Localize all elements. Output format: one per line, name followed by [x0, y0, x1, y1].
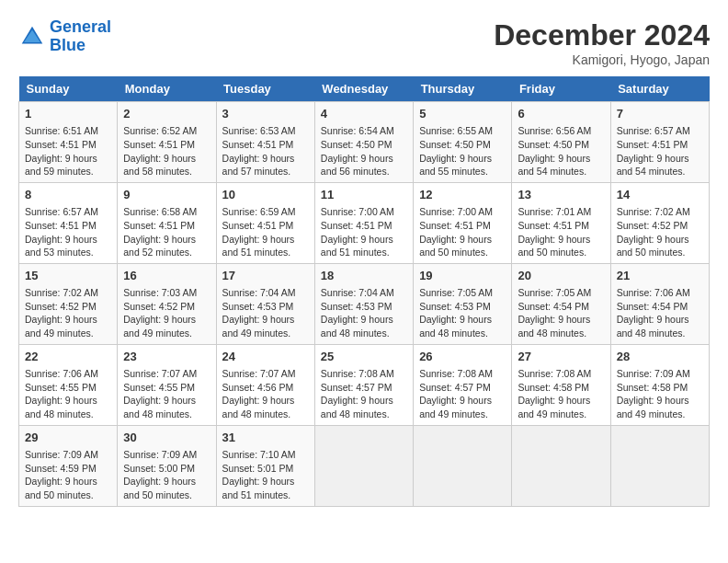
calendar-cell: 25Sunrise: 7:08 AMSunset: 4:57 PMDayligh…	[314, 344, 413, 425]
day-info: Sunrise: 7:09 AM	[617, 367, 703, 381]
day-info: Sunrise: 7:10 AM	[222, 448, 309, 462]
title-block: December 2024 Kamigori, Hyogo, Japan	[494, 18, 710, 67]
day-number: 31	[222, 430, 309, 446]
calendar-cell	[314, 425, 413, 506]
day-info: Sunset: 4:51 PM	[25, 138, 111, 152]
page-header: General Blue December 2024 Kamigori, Hyo…	[18, 18, 710, 67]
calendar-cell: 16Sunrise: 7:03 AMSunset: 4:52 PMDayligh…	[118, 263, 216, 344]
calendar-cell	[414, 425, 512, 506]
day-info: Sunrise: 6:54 AM	[321, 124, 407, 138]
day-info: Sunset: 4:51 PM	[25, 219, 111, 233]
day-info: Daylight: 9 hours and 55 minutes.	[419, 152, 506, 178]
location-title: Kamigori, Hyogo, Japan	[494, 52, 710, 67]
day-info: Sunset: 4:51 PM	[222, 138, 309, 152]
day-info: Sunset: 4:52 PM	[617, 219, 703, 233]
day-info: Sunset: 4:53 PM	[321, 300, 407, 314]
calendar-cell: 5Sunrise: 6:55 AMSunset: 4:50 PMDaylight…	[414, 102, 512, 183]
day-info: Sunrise: 7:08 AM	[419, 367, 506, 381]
day-info: Sunrise: 7:04 AM	[321, 286, 407, 300]
day-info: Daylight: 9 hours and 51 minutes.	[222, 475, 309, 501]
day-info: Sunrise: 7:07 AM	[222, 367, 309, 381]
logo-line2: Blue	[50, 36, 85, 54]
day-info: Daylight: 9 hours and 52 minutes.	[123, 233, 210, 259]
calendar-cell: 1Sunrise: 6:51 AMSunset: 4:51 PMDaylight…	[19, 102, 118, 183]
day-info: Sunrise: 6:57 AM	[25, 205, 111, 219]
day-info: Daylight: 9 hours and 49 minutes.	[222, 313, 309, 339]
day-header-sunday: Sunday	[19, 76, 118, 102]
month-title: December 2024	[494, 18, 710, 52]
day-info: Sunrise: 7:07 AM	[123, 367, 210, 381]
day-info: Sunset: 4:58 PM	[518, 381, 604, 395]
day-header-thursday: Thursday	[414, 76, 512, 102]
day-info: Sunrise: 6:53 AM	[222, 124, 309, 138]
day-info: Daylight: 9 hours and 48 minutes.	[321, 313, 407, 339]
day-number: 6	[518, 106, 604, 122]
calendar-cell	[512, 425, 610, 506]
day-number: 5	[419, 106, 506, 122]
day-number: 10	[222, 187, 309, 203]
day-info: Daylight: 9 hours and 49 minutes.	[617, 394, 703, 420]
day-number: 17	[222, 268, 309, 284]
day-info: Sunset: 4:50 PM	[419, 138, 506, 152]
day-info: Sunrise: 6:59 AM	[222, 205, 309, 219]
day-info: Daylight: 9 hours and 48 minutes.	[518, 313, 604, 339]
logo-icon	[18, 23, 46, 51]
calendar-cell: 2Sunrise: 6:52 AMSunset: 4:51 PMDaylight…	[118, 102, 216, 183]
day-info: Sunrise: 7:00 AM	[321, 205, 407, 219]
day-info: Sunset: 4:57 PM	[419, 381, 506, 395]
day-info: Sunset: 4:51 PM	[617, 138, 703, 152]
day-number: 22	[25, 349, 111, 365]
logo-line1: General	[50, 17, 111, 36]
day-info: Daylight: 9 hours and 48 minutes.	[123, 394, 210, 420]
day-info: Sunset: 4:52 PM	[25, 300, 111, 314]
day-info: Daylight: 9 hours and 53 minutes.	[25, 233, 111, 259]
day-info: Daylight: 9 hours and 50 minutes.	[518, 233, 604, 259]
day-number: 11	[321, 187, 407, 203]
calendar-cell: 13Sunrise: 7:01 AMSunset: 4:51 PMDayligh…	[512, 182, 610, 263]
day-info: Daylight: 9 hours and 51 minutes.	[222, 233, 309, 259]
calendar-cell: 30Sunrise: 7:09 AMSunset: 5:00 PMDayligh…	[118, 425, 216, 506]
day-info: Daylight: 9 hours and 54 minutes.	[617, 152, 703, 178]
day-header-friday: Friday	[512, 76, 610, 102]
day-info: Sunrise: 6:57 AM	[617, 124, 703, 138]
day-info: Sunrise: 7:03 AM	[123, 286, 210, 300]
day-header-saturday: Saturday	[610, 76, 709, 102]
calendar-cell: 24Sunrise: 7:07 AMSunset: 4:56 PMDayligh…	[216, 344, 314, 425]
day-info: Daylight: 9 hours and 49 minutes.	[518, 394, 604, 420]
calendar-cell: 21Sunrise: 7:06 AMSunset: 4:54 PMDayligh…	[610, 263, 709, 344]
day-number: 26	[419, 349, 506, 365]
day-info: Sunset: 4:50 PM	[321, 138, 407, 152]
day-info: Sunrise: 7:09 AM	[25, 448, 111, 462]
day-info: Sunrise: 7:08 AM	[518, 367, 604, 381]
day-info: Daylight: 9 hours and 48 minutes.	[25, 394, 111, 420]
day-info: Daylight: 9 hours and 59 minutes.	[25, 152, 111, 178]
calendar-cell: 22Sunrise: 7:06 AMSunset: 4:55 PMDayligh…	[19, 344, 118, 425]
calendar-cell: 4Sunrise: 6:54 AMSunset: 4:50 PMDaylight…	[314, 102, 413, 183]
day-info: Daylight: 9 hours and 50 minutes.	[25, 475, 111, 501]
calendar-cell: 10Sunrise: 6:59 AMSunset: 4:51 PMDayligh…	[216, 182, 314, 263]
day-info: Sunrise: 7:02 AM	[25, 286, 111, 300]
day-info: Daylight: 9 hours and 48 minutes.	[222, 394, 309, 420]
calendar-cell: 26Sunrise: 7:08 AMSunset: 4:57 PMDayligh…	[414, 344, 512, 425]
calendar-table: SundayMondayTuesdayWednesdayThursdayFrid…	[18, 76, 710, 507]
day-number: 8	[25, 187, 111, 203]
day-info: Sunset: 4:57 PM	[321, 381, 407, 395]
day-info: Sunset: 4:53 PM	[222, 300, 309, 314]
day-header-wednesday: Wednesday	[314, 76, 413, 102]
calendar-cell: 28Sunrise: 7:09 AMSunset: 4:58 PMDayligh…	[610, 344, 709, 425]
day-number: 1	[25, 106, 111, 122]
calendar-cell: 9Sunrise: 6:58 AMSunset: 4:51 PMDaylight…	[118, 182, 216, 263]
calendar-cell: 12Sunrise: 7:00 AMSunset: 4:51 PMDayligh…	[414, 182, 512, 263]
day-number: 15	[25, 268, 111, 284]
day-info: Sunrise: 7:06 AM	[25, 367, 111, 381]
day-info: Daylight: 9 hours and 50 minutes.	[419, 233, 506, 259]
calendar-cell: 29Sunrise: 7:09 AMSunset: 4:59 PMDayligh…	[19, 425, 118, 506]
calendar-cell: 20Sunrise: 7:05 AMSunset: 4:54 PMDayligh…	[512, 263, 610, 344]
calendar-cell: 7Sunrise: 6:57 AMSunset: 4:51 PMDaylight…	[610, 102, 709, 183]
day-number: 2	[123, 106, 210, 122]
day-header-tuesday: Tuesday	[216, 76, 314, 102]
calendar-cell: 14Sunrise: 7:02 AMSunset: 4:52 PMDayligh…	[610, 182, 709, 263]
calendar-cell: 3Sunrise: 6:53 AMSunset: 4:51 PMDaylight…	[216, 102, 314, 183]
day-info: Sunrise: 7:09 AM	[123, 448, 210, 462]
day-info: Sunset: 4:51 PM	[222, 219, 309, 233]
